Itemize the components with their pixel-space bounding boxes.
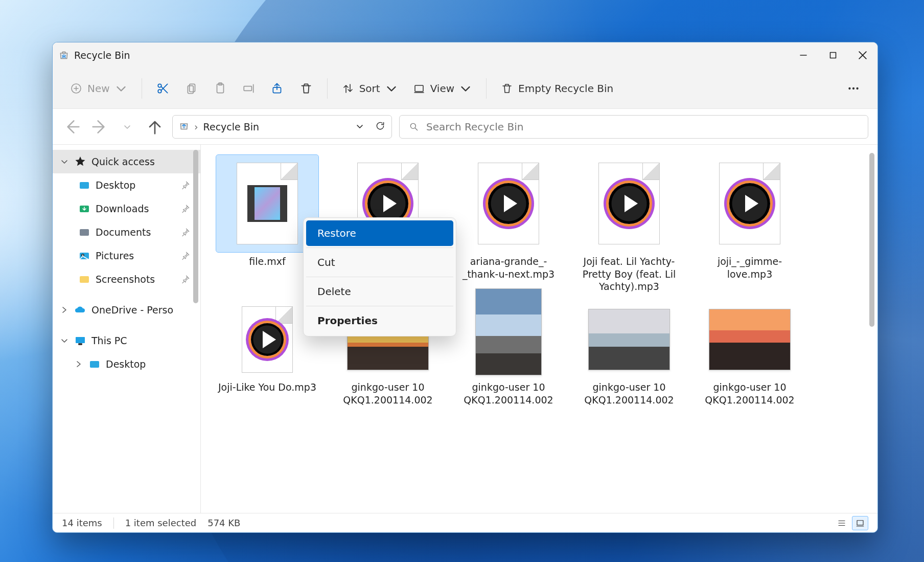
file-item[interactable]: ginkgo-user 10 QKQ1.200114.002 (448, 298, 569, 411)
chevron-down-icon (115, 82, 127, 95)
more-button[interactable] (842, 78, 865, 99)
maximize-button[interactable] (818, 42, 848, 68)
sidebar-item-label: Screenshots (96, 274, 155, 285)
pin-icon (181, 251, 190, 260)
empty-label: Empty Recycle Bin (518, 82, 613, 95)
breadcrumb-separator: › (194, 121, 198, 132)
details-view-button[interactable] (834, 516, 850, 530)
new-button[interactable]: New (65, 78, 132, 99)
folder-icon (78, 226, 90, 238)
expand-icon[interactable] (60, 158, 69, 166)
recent-locations-button[interactable] (117, 117, 137, 137)
chevron-down-icon (385, 82, 398, 95)
close-button[interactable] (848, 42, 877, 68)
forward-button[interactable] (89, 117, 110, 137)
sort-icon (342, 82, 354, 95)
search-box[interactable]: Search Recycle Bin (399, 115, 868, 139)
file-name: Joji-Like You Do.mp3 (214, 381, 321, 394)
delete-button[interactable] (294, 78, 318, 99)
paste-button[interactable] (209, 78, 232, 99)
file-name: ginkgo-user 10 QKQ1.200114.002 (575, 381, 683, 406)
navigation-row: › Recycle Bin Search Recycle Bin (53, 109, 877, 145)
search-icon (409, 122, 419, 132)
address-bar[interactable]: › Recycle Bin (172, 115, 392, 139)
folder-icon (78, 179, 90, 191)
context-menu: Restore Cut Delete Properties (303, 217, 456, 336)
file-item[interactable]: ginkgo-user 10 QKQ1.200114.002 (689, 298, 810, 411)
context-menu-delete[interactable]: Delete (306, 279, 453, 304)
navigation-pane[interactable]: Quick access Desktop Downloads Documents… (53, 145, 201, 513)
audio-file-icon (242, 306, 293, 373)
file-item[interactable]: joji_-_gimme-love.mp3 (689, 152, 810, 298)
recycle-bin-icon (179, 121, 189, 133)
context-menu-separator (306, 306, 453, 306)
expand-icon[interactable] (60, 336, 69, 345)
svg-rect-31 (76, 337, 85, 343)
addr-dropdown-button[interactable] (356, 121, 364, 132)
window-title: Recycle Bin (74, 50, 130, 61)
sidebar-item-label: Pictures (96, 250, 134, 261)
sidebar-item-desktop-2[interactable]: Desktop (53, 352, 200, 376)
titlebar[interactable]: Recycle Bin (53, 42, 877, 68)
sort-button[interactable]: Sort (337, 78, 403, 99)
copy-button[interactable] (180, 78, 203, 99)
cloud-icon (74, 304, 86, 316)
content-scrollbar[interactable] (869, 153, 874, 327)
rename-icon (242, 82, 256, 95)
svg-point-21 (852, 87, 854, 89)
status-selection: 1 item selected (125, 518, 197, 528)
svg-rect-33 (90, 361, 99, 368)
sidebar-item-onedrive[interactable]: OneDrive - Perso (53, 298, 200, 322)
body: Quick access Desktop Downloads Documents… (53, 145, 877, 513)
toolbar-separator (327, 78, 328, 99)
back-button[interactable] (62, 117, 82, 137)
share-button[interactable] (266, 78, 289, 99)
refresh-button[interactable] (375, 121, 385, 133)
new-label: New (87, 82, 110, 95)
context-menu-cut[interactable]: Cut (306, 250, 453, 275)
file-name: ginkgo-user 10 QKQ1.200114.002 (334, 381, 442, 406)
file-item[interactable]: Joji feat. Lil Yachty-Pretty Boy (feat. … (569, 152, 689, 298)
context-menu-properties[interactable]: Properties (306, 308, 453, 333)
minimize-button[interactable] (789, 42, 818, 68)
sidebar-item-desktop[interactable]: Desktop (53, 173, 200, 197)
pin-icon (181, 228, 190, 237)
breadcrumb-location[interactable]: Recycle Bin (203, 121, 260, 132)
sidebar-item-pictures[interactable]: Pictures (53, 244, 200, 267)
sidebar-item-this-pc[interactable]: This PC (53, 329, 200, 352)
toolbar: New Sort View (53, 68, 877, 109)
view-button[interactable]: View (408, 78, 477, 99)
trash-icon (299, 82, 313, 95)
expand-icon[interactable] (74, 360, 83, 368)
audio-file-icon (598, 163, 660, 244)
sidebar-item-label: This PC (91, 335, 127, 346)
image-thumbnail (709, 309, 791, 370)
sidebar-item-downloads[interactable]: Downloads (53, 197, 200, 220)
clipboard-icon (214, 82, 227, 95)
recycle-bin-icon (59, 50, 69, 60)
chevron-down-icon (459, 82, 472, 95)
rename-button[interactable] (237, 78, 261, 99)
file-item[interactable]: ariana-grande_-_thank-u-next.mp3 (448, 152, 569, 298)
file-name: ariana-grande_-_thank-u-next.mp3 (455, 255, 562, 280)
toolbar-separator (142, 78, 142, 99)
content-area[interactable]: file.mxf youll-never-know.mp3 ariana-gra… (201, 145, 877, 513)
status-size: 574 KB (207, 518, 240, 528)
sidebar-item-screenshots[interactable]: Screenshots (53, 267, 200, 291)
sidebar-item-quick-access[interactable]: Quick access (53, 150, 200, 173)
image-thumbnail (475, 288, 542, 375)
up-button[interactable] (145, 117, 165, 137)
empty-recycle-bin-button[interactable]: Empty Recycle Bin (496, 78, 618, 99)
svg-rect-15 (244, 86, 251, 91)
sidebar-item-documents[interactable]: Documents (53, 220, 200, 244)
context-menu-separator (306, 277, 453, 277)
cut-button[interactable] (151, 78, 175, 99)
file-item[interactable]: ginkgo-user 10 QKQ1.200114.002 (569, 298, 689, 411)
thumbnails-view-button[interactable] (852, 516, 868, 530)
expand-icon[interactable] (60, 306, 69, 314)
context-menu-restore[interactable]: Restore (306, 220, 453, 246)
folder-icon (88, 358, 101, 370)
file-name: Joji feat. Lil Yachty-Pretty Boy (feat. … (575, 255, 683, 293)
sidebar-scrollbar[interactable] (193, 150, 198, 303)
svg-rect-12 (188, 85, 193, 93)
